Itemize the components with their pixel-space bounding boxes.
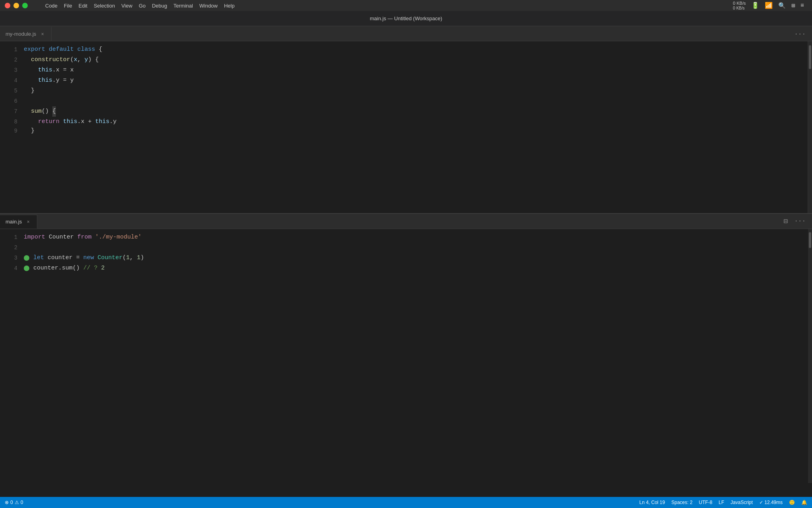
top-tab-actions: ··· — [793, 30, 807, 38]
status-spaces[interactable]: Spaces: 2 — [671, 500, 692, 505]
bottom-line-num-4: 4 — [0, 263, 24, 273]
status-encoding[interactable]: UTF-8 — [699, 500, 712, 505]
line-num-6: 6 — [0, 96, 24, 106]
token: sum — [31, 106, 42, 117]
debug-dot-3 — [24, 255, 33, 261]
token — [24, 65, 38, 75]
breakpoint-dot-3 — [24, 255, 29, 261]
code-line-8: 8 return this.x + this.y — [0, 117, 812, 127]
menu-terminal[interactable]: Terminal — [170, 2, 196, 10]
tab-my-module[interactable]: my-module.js × — [0, 27, 52, 41]
tab-main-js-label: main.js — [6, 219, 22, 225]
top-scrollbar[interactable] — [808, 41, 812, 213]
minimize-button[interactable] — [13, 3, 19, 8]
token: from — [77, 232, 95, 242]
menu-code[interactable]: Code — [42, 2, 61, 10]
search-icon: 🔍 — [778, 2, 786, 10]
menu-window[interactable]: Window — [196, 2, 221, 10]
system-status: 0 KB/s 0 KB/s 🔋 📶 🔍 ⊞ ≡ — [733, 0, 804, 11]
bottom-code-line-3: 3 let counter = new Counter(1, 1) — [0, 253, 812, 263]
token: .sum() — [58, 263, 83, 273]
token: , — [77, 55, 84, 65]
code-line-7: 7 sum() { — [0, 106, 812, 117]
debug-dot-4 — [24, 266, 33, 271]
warning-count: 0 — [21, 500, 23, 505]
code-line-2: 2 constructor(x, y) { — [0, 55, 812, 65]
window-title: main.js — Untitled (Workspace) — [370, 15, 442, 21]
menu-edit[interactable]: Edit — [75, 2, 90, 10]
bottom-line-num-1: 1 — [0, 232, 24, 242]
status-right: Ln 4, Col 19 Spaces: 2 UTF-8 LF JavaScri… — [640, 500, 808, 505]
bottom-scrollbar-thumb[interactable] — [809, 232, 811, 248]
bottom-tab-actions: ⊟ ··· — [782, 216, 807, 226]
line-content-2: constructor(x, y) { — [24, 55, 812, 65]
line-content-5: } — [24, 86, 812, 96]
token — [24, 117, 38, 127]
menu-view[interactable]: View — [118, 2, 136, 10]
split-editor-button[interactable]: ⊟ — [782, 216, 789, 226]
close-button[interactable] — [5, 3, 10, 8]
token: { — [99, 44, 102, 55]
bottom-tab-bar: main.js × ⊟ ··· — [0, 214, 812, 229]
status-bell: 🔔 — [801, 500, 807, 505]
tab-main-js[interactable]: main.js × — [0, 215, 37, 229]
token: } — [24, 127, 34, 135]
bottom-code-line-1: 1 import Counter from './my-module' — [0, 232, 812, 242]
token: Counter — [98, 253, 123, 263]
maximize-button[interactable] — [22, 3, 28, 8]
token: .x = x — [52, 65, 74, 75]
bottom-more-button[interactable]: ··· — [793, 217, 807, 225]
bottom-line-content-1: import Counter from './my-module' — [24, 232, 812, 242]
token: y — [84, 55, 88, 65]
menu-bar: Code File Edit Selection View Go Debug T… — [36, 2, 238, 10]
bottom-line-content-4: counter.sum() // ? 2 — [33, 263, 812, 273]
menu-selection[interactable]: Selection — [90, 2, 118, 10]
menu-debug[interactable]: Debug — [149, 2, 170, 10]
line-num-1: 1 — [0, 44, 24, 55]
bottom-editor: 1 import Counter from './my-module' 2 3 … — [0, 229, 812, 483]
error-count: 0 — [10, 500, 13, 505]
token: counter — [33, 263, 58, 273]
token: , — [130, 253, 137, 263]
breakpoint-dot-4 — [24, 266, 29, 271]
menu-help[interactable]: Help — [221, 2, 238, 10]
line-num-4: 4 — [0, 75, 24, 86]
token: Counter — [49, 232, 77, 242]
top-more-button[interactable]: ··· — [793, 30, 807, 38]
token: ) { — [88, 55, 99, 65]
token: = — [76, 253, 83, 263]
menu-apple[interactable] — [36, 5, 42, 6]
menu-go[interactable]: Go — [136, 2, 149, 10]
status-errors[interactable]: ⊗ 0 ⚠ 0 — [5, 500, 23, 505]
tab-main-js-close[interactable]: × — [25, 219, 31, 225]
line-content-8: return this.x + this.y — [24, 117, 812, 127]
line-content-9: } — [24, 127, 812, 135]
token: .y = y — [52, 75, 74, 86]
network-stat: 0 KB/s 0 KB/s — [733, 1, 746, 10]
token: './my-module' — [95, 232, 142, 242]
traffic-lights — [5, 3, 28, 8]
bottom-code-line-2: 2 — [0, 242, 812, 253]
tab-my-module-close[interactable]: × — [39, 31, 46, 37]
top-scrollbar-thumb[interactable] — [809, 45, 811, 69]
token: 2 — [101, 263, 105, 273]
token: .y — [109, 117, 117, 127]
token: 1 — [137, 253, 140, 263]
token — [24, 55, 31, 65]
warning-icon: ⚠ — [15, 500, 19, 505]
line-content-7: sum() { — [24, 106, 812, 117]
status-line-ending[interactable]: LF — [719, 500, 724, 505]
token — [24, 106, 31, 117]
top-editor: 1 export default class { 2 constructor(x… — [0, 41, 812, 214]
token: class — [77, 44, 99, 55]
status-language[interactable]: JavaScript — [731, 500, 753, 505]
menu-file[interactable]: File — [61, 2, 75, 10]
error-icon: ⊗ — [5, 500, 9, 505]
token: new — [83, 253, 98, 263]
code-line-1: 1 export default class { — [0, 44, 812, 55]
bottom-line-num-3: 3 — [0, 253, 24, 263]
token: ) — [140, 253, 144, 263]
bottom-scrollbar[interactable] — [808, 229, 812, 483]
status-line-col[interactable]: Ln 4, Col 19 — [640, 500, 665, 505]
line-content-1: export default class { — [24, 44, 812, 55]
